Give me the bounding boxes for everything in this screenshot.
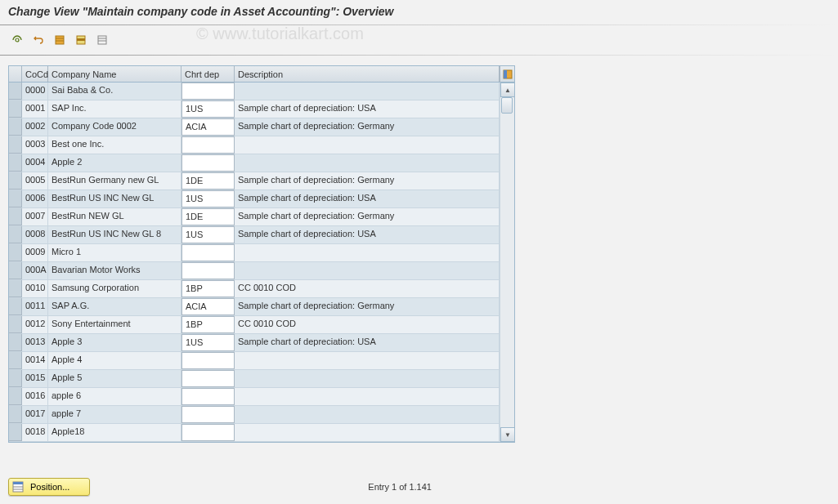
row-selector[interactable] <box>9 190 22 207</box>
position-label: Position... <box>30 482 69 492</box>
scroll-up-button[interactable]: ▲ <box>500 83 515 97</box>
table-row[interactable]: 0016apple 6 <box>9 388 500 406</box>
scroll-down-button[interactable]: ▼ <box>500 427 515 442</box>
table-row[interactable]: 0002Company Code 0002ACIASample chart of… <box>9 118 500 136</box>
row-selector[interactable] <box>9 244 22 261</box>
table-row[interactable]: 0003Best one Inc. <box>9 136 500 154</box>
cell-cocd: 0008 <box>22 226 48 243</box>
table-row[interactable]: 0006BestRun US INC New GL1USSample chart… <box>9 190 500 208</box>
cell-chrt-dep[interactable]: 1BP <box>181 316 235 333</box>
cell-chrt-dep[interactable]: 1US <box>181 100 235 118</box>
cell-chrt-dep[interactable] <box>181 262 235 279</box>
table-row[interactable]: 0015Apple 5 <box>9 370 500 388</box>
cell-chrt-dep[interactable]: 1DE <box>181 172 235 190</box>
deselect-all-button[interactable] <box>93 32 111 48</box>
table-row[interactable]: 0008BestRun US INC New GL 81USSample cha… <box>9 226 500 244</box>
row-selector[interactable] <box>9 298 22 315</box>
cell-description: CC 0010 COD <box>235 316 500 333</box>
scroll-track[interactable] <box>500 97 514 427</box>
cell-description <box>235 262 500 279</box>
table-row[interactable]: 0001SAP Inc.1USSample chart of depreciat… <box>9 100 500 118</box>
cell-company-name: Apple 2 <box>48 154 181 172</box>
table-row[interactable]: 0005BestRun Germany new GL1DESample char… <box>9 172 500 190</box>
cell-chrt-dep[interactable] <box>181 83 235 100</box>
row-selector[interactable] <box>9 208 22 225</box>
table-row[interactable]: 0000Sai Baba & Co. <box>9 83 500 100</box>
row-selector[interactable] <box>9 226 22 243</box>
cell-cocd: 0014 <box>22 352 48 369</box>
cell-cocd: 0000 <box>22 83 48 100</box>
column-cocd[interactable]: CoCd <box>22 66 48 82</box>
cell-company-name: SAP A.G. <box>48 298 181 315</box>
cell-cocd: 0017 <box>22 406 48 423</box>
cell-chrt-dep[interactable]: 1US <box>181 226 235 243</box>
data-grid: CoCd Company Name Chrt dep Description 0… <box>8 65 515 443</box>
cell-chrt-dep[interactable] <box>181 154 235 172</box>
cell-chrt-dep[interactable] <box>181 136 235 154</box>
cell-chrt-dep[interactable]: 1US <box>181 334 235 351</box>
row-selector[interactable] <box>9 370 22 387</box>
cell-description <box>235 83 500 100</box>
cell-description <box>235 370 500 387</box>
row-selector[interactable] <box>9 100 22 118</box>
cell-chrt-dep[interactable]: ACIA <box>181 298 235 315</box>
row-selector[interactable] <box>9 172 22 190</box>
table-row[interactable]: 0004Apple 2 <box>9 154 500 172</box>
cell-description <box>235 352 500 369</box>
svg-rect-5 <box>77 38 85 41</box>
select-block-button[interactable] <box>72 32 90 48</box>
row-selector[interactable] <box>9 262 22 279</box>
table-row[interactable]: 0018Apple18 <box>9 424 500 442</box>
undo-button[interactable] <box>29 32 47 48</box>
table-row[interactable]: 0013Apple 31USSample chart of depreciati… <box>9 334 500 352</box>
row-selector[interactable] <box>9 424 22 441</box>
table-row[interactable]: 000ABavarian Motor Works <box>9 262 500 280</box>
table-row[interactable]: 0012Sony Entertainment1BPCC 0010 COD <box>9 316 500 334</box>
table-row[interactable]: 0017apple 7 <box>9 406 500 424</box>
cell-cocd: 0010 <box>22 280 48 297</box>
row-selector[interactable] <box>9 118 22 136</box>
row-selector[interactable] <box>9 280 22 297</box>
row-selector[interactable] <box>9 406 22 423</box>
column-company-name[interactable]: Company Name <box>48 66 181 82</box>
scroll-thumb[interactable] <box>501 97 513 114</box>
row-selector[interactable] <box>9 334 22 351</box>
cell-cocd: 0001 <box>22 100 48 118</box>
row-selector[interactable] <box>9 136 22 154</box>
column-description[interactable]: Description <box>235 66 500 82</box>
cell-chrt-dep[interactable] <box>181 352 235 369</box>
cell-description: CC 0010 COD <box>235 280 500 297</box>
other-view-button[interactable] <box>8 32 26 48</box>
cell-chrt-dep[interactable] <box>181 244 235 261</box>
position-button[interactable]: Position... <box>8 478 90 496</box>
row-selector[interactable] <box>9 316 22 333</box>
table-row[interactable]: 0011SAP A.G.ACIASample chart of deprecia… <box>9 298 500 316</box>
cell-description <box>235 424 500 441</box>
position-icon <box>12 480 25 493</box>
cell-chrt-dep[interactable] <box>181 370 235 387</box>
cell-chrt-dep[interactable] <box>181 406 235 423</box>
row-selector[interactable] <box>9 352 22 369</box>
column-selector[interactable] <box>9 66 22 82</box>
cell-chrt-dep[interactable] <box>181 388 235 405</box>
cell-company-name: Samsung Corporation <box>48 280 181 297</box>
cell-cocd: 0011 <box>22 298 48 315</box>
row-selector[interactable] <box>9 388 22 405</box>
cell-chrt-dep[interactable]: 1US <box>181 190 235 207</box>
select-all-button[interactable] <box>51 32 69 48</box>
table-settings-button[interactable] <box>500 66 514 82</box>
cell-chrt-dep[interactable]: ACIA <box>181 118 235 136</box>
table-row[interactable]: 0010Samsung Corporation1BPCC 0010 COD <box>9 280 500 298</box>
cell-cocd: 0007 <box>22 208 48 225</box>
cell-company-name: Sony Entertainment <box>48 316 181 333</box>
cell-chrt-dep[interactable]: 1DE <box>181 208 235 225</box>
cell-chrt-dep[interactable] <box>181 424 235 441</box>
row-selector[interactable] <box>9 83 22 100</box>
table-row[interactable]: 0014Apple 4 <box>9 352 500 370</box>
table-row[interactable]: 0009Micro 1 <box>9 244 500 262</box>
footer: Position... Entry 1 of 1.141 <box>8 478 830 496</box>
row-selector[interactable] <box>9 154 22 172</box>
column-chrt-dep[interactable]: Chrt dep <box>181 66 235 82</box>
table-row[interactable]: 0007BestRun NEW GL1DESample chart of dep… <box>9 208 500 226</box>
cell-chrt-dep[interactable]: 1BP <box>181 280 235 297</box>
